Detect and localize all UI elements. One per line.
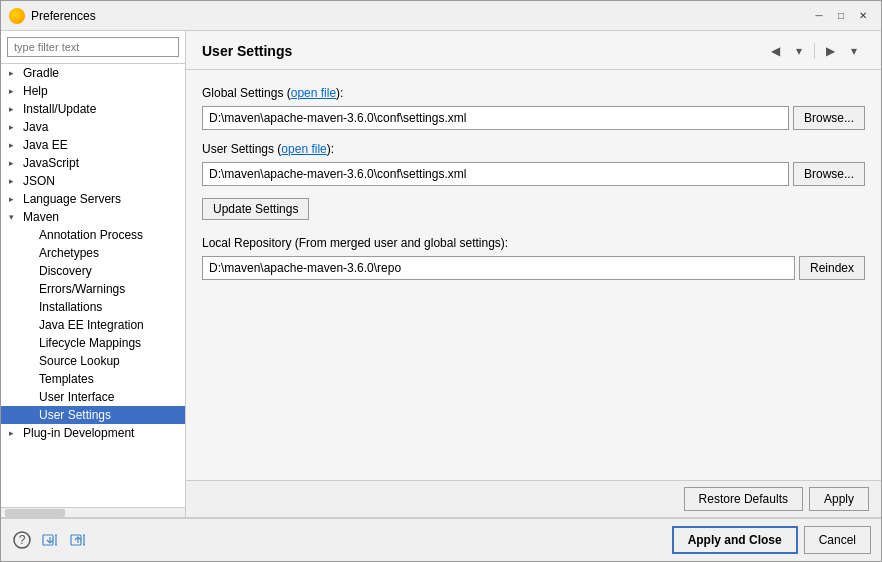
sidebar-label-user-settings: User Settings <box>39 408 111 422</box>
apply-button[interactable]: Apply <box>809 487 869 511</box>
minimize-button[interactable]: ─ <box>809 7 829 25</box>
sidebar-item-language-servers[interactable]: ▸ Language Servers <box>1 190 185 208</box>
sidebar-item-archetypes[interactable]: Archetypes <box>1 244 185 262</box>
forward-button[interactable]: ▶ <box>819 41 841 61</box>
close-button[interactable]: ✕ <box>853 7 873 25</box>
back-dropdown-button[interactable]: ▾ <box>788 41 810 61</box>
import-preferences-icon[interactable] <box>39 529 61 551</box>
local-repo-row: Reindex <box>202 256 865 280</box>
restore-button[interactable]: □ <box>831 7 851 25</box>
export-preferences-icon[interactable] <box>67 529 89 551</box>
title-bar: Preferences ─ □ ✕ <box>1 1 881 31</box>
content-title: User Settings <box>202 43 292 59</box>
sidebar-item-json[interactable]: ▸ JSON <box>1 172 185 190</box>
main-content: ▸ Gradle ▸ Help ▸ Install/Update ▸ Java <box>1 31 881 517</box>
sidebar-label-discovery: Discovery <box>39 264 92 278</box>
sidebar-item-annotation-process[interactable]: Annotation Process <box>1 226 185 244</box>
apply-and-close-button[interactable]: Apply and Close <box>672 526 798 554</box>
sidebar-item-java-ee[interactable]: ▸ Java EE <box>1 136 185 154</box>
help-icon[interactable]: ? <box>11 529 33 551</box>
window-controls: ─ □ ✕ <box>809 7 873 25</box>
footer-icons: ? <box>11 529 89 551</box>
expand-icon-plugin-development: ▸ <box>9 428 21 438</box>
update-settings-button[interactable]: Update Settings <box>202 198 309 220</box>
content-body: Global Settings (open file): Browse... U… <box>186 70 881 480</box>
sidebar-label-installations: Installations <box>39 300 102 314</box>
sidebar-item-java-ee-integration[interactable]: Java EE Integration <box>1 316 185 334</box>
user-settings-link[interactable]: open file <box>281 142 326 156</box>
global-settings-browse-button[interactable]: Browse... <box>793 106 865 130</box>
global-settings-link[interactable]: open file <box>291 86 336 100</box>
sidebar-label-install-update: Install/Update <box>23 102 96 116</box>
expand-icon-help: ▸ <box>9 86 21 96</box>
sidebar-item-templates[interactable]: Templates <box>1 370 185 388</box>
user-settings-browse-button[interactable]: Browse... <box>793 162 865 186</box>
dialog-title: Preferences <box>31 9 96 23</box>
sidebar-item-source-lookup[interactable]: Source Lookup <box>1 352 185 370</box>
expand-icon-java-ee: ▸ <box>9 140 21 150</box>
sidebar-item-gradle[interactable]: ▸ Gradle <box>1 64 185 82</box>
forward-dropdown-button[interactable]: ▾ <box>843 41 865 61</box>
sidebar-label-java-ee: Java EE <box>23 138 68 152</box>
sidebar-item-errors-warnings[interactable]: Errors/Warnings <box>1 280 185 298</box>
tree-container[interactable]: ▸ Gradle ▸ Help ▸ Install/Update ▸ Java <box>1 64 185 507</box>
sidebar-label-maven: Maven <box>23 210 59 224</box>
expand-icon-json: ▸ <box>9 176 21 186</box>
nav-separator <box>814 43 815 59</box>
sidebar-label-archetypes: Archetypes <box>39 246 99 260</box>
global-settings-input[interactable] <box>202 106 789 130</box>
scrollbar-thumb-h <box>5 509 65 517</box>
footer-buttons: Apply and Close Cancel <box>672 526 871 554</box>
sidebar-label-plugin-development: Plug-in Development <box>23 426 134 440</box>
sidebar: ▸ Gradle ▸ Help ▸ Install/Update ▸ Java <box>1 31 186 517</box>
sidebar-item-maven[interactable]: ▾ Maven <box>1 208 185 226</box>
sidebar-item-help[interactable]: ▸ Help <box>1 82 185 100</box>
expand-icon-javascript: ▸ <box>9 158 21 168</box>
sidebar-label-java: Java <box>23 120 48 134</box>
expand-icon-gradle: ▸ <box>9 68 21 78</box>
sidebar-label-annotation-process: Annotation Process <box>39 228 143 242</box>
svg-text:?: ? <box>19 533 26 547</box>
reindex-button[interactable]: Reindex <box>799 256 865 280</box>
sidebar-item-installations[interactable]: Installations <box>1 298 185 316</box>
sidebar-label-source-lookup: Source Lookup <box>39 354 120 368</box>
expand-icon-install: ▸ <box>9 104 21 114</box>
content-header: User Settings ◀ ▾ ▶ ▾ <box>186 31 881 70</box>
nav-buttons: ◀ ▾ ▶ ▾ <box>764 41 865 61</box>
svg-rect-2 <box>43 535 53 545</box>
user-settings-label: User Settings (open file): <box>202 142 865 156</box>
expand-icon-java: ▸ <box>9 122 21 132</box>
svg-rect-7 <box>71 535 81 545</box>
restore-defaults-button[interactable]: Restore Defaults <box>684 487 803 511</box>
footer: ? <box>1 517 881 561</box>
sidebar-item-plugin-development[interactable]: ▸ Plug-in Development <box>1 424 185 442</box>
user-settings-input[interactable] <box>202 162 789 186</box>
sidebar-label-help: Help <box>23 84 48 98</box>
sidebar-label-javascript: JavaScript <box>23 156 79 170</box>
preferences-icon <box>9 8 25 24</box>
sidebar-scrollbar-h[interactable] <box>1 507 185 517</box>
content-area: User Settings ◀ ▾ ▶ ▾ Global Settings (o… <box>186 31 881 517</box>
sidebar-label-json: JSON <box>23 174 55 188</box>
sidebar-item-java[interactable]: ▸ Java <box>1 118 185 136</box>
back-button[interactable]: ◀ <box>764 41 786 61</box>
local-repo-input[interactable] <box>202 256 795 280</box>
global-settings-label: Global Settings (open file): <box>202 86 865 100</box>
filter-input[interactable] <box>7 37 179 57</box>
sidebar-label-java-ee-integration: Java EE Integration <box>39 318 144 332</box>
preferences-dialog: Preferences ─ □ ✕ ▸ Gradle ▸ Hel <box>0 0 882 562</box>
sidebar-item-lifecycle-mappings[interactable]: Lifecycle Mappings <box>1 334 185 352</box>
global-settings-row: Browse... <box>202 106 865 130</box>
sidebar-item-user-settings[interactable]: User Settings <box>1 406 185 424</box>
sidebar-label-language-servers: Language Servers <box>23 192 121 206</box>
expand-icon-maven: ▾ <box>9 212 21 222</box>
sidebar-item-javascript[interactable]: ▸ JavaScript <box>1 154 185 172</box>
sidebar-item-discovery[interactable]: Discovery <box>1 262 185 280</box>
local-repo-label: Local Repository (From merged user and g… <box>202 236 865 250</box>
sidebar-label-gradle: Gradle <box>23 66 59 80</box>
user-settings-row: Browse... <box>202 162 865 186</box>
sidebar-item-install-update[interactable]: ▸ Install/Update <box>1 100 185 118</box>
cancel-button[interactable]: Cancel <box>804 526 871 554</box>
filter-box <box>1 31 185 64</box>
sidebar-item-user-interface[interactable]: User Interface <box>1 388 185 406</box>
